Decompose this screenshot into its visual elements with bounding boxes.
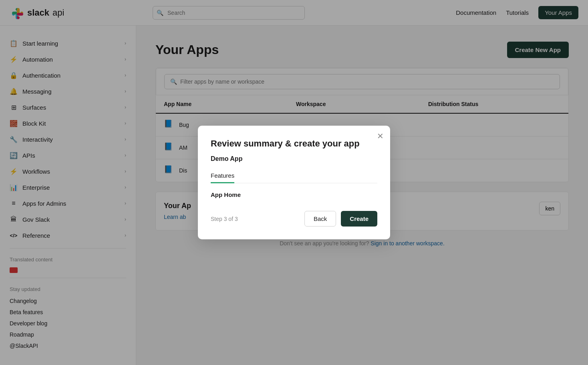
modal-footer: Step 3 of 3 Back Create — [211, 211, 377, 227]
modal: ✕ Review summary & create your app Demo … — [198, 126, 390, 239]
modal-app-name: Demo App — [211, 155, 377, 162]
modal-create-button[interactable]: Create — [341, 211, 377, 227]
modal-back-button[interactable]: Back — [304, 211, 336, 227]
modal-title: Review summary & create your app — [211, 138, 377, 149]
modal-step-label: Step 3 of 3 — [211, 216, 238, 222]
modal-overlay[interactable]: ✕ Review summary & create your app Demo … — [0, 0, 588, 365]
modal-close-button[interactable]: ✕ — [377, 132, 384, 140]
modal-tabs: Features — [211, 169, 377, 183]
modal-tab-features[interactable]: Features — [211, 169, 234, 183]
modal-actions: Back Create — [304, 211, 377, 227]
modal-features-section-title: App Home — [211, 191, 377, 198]
